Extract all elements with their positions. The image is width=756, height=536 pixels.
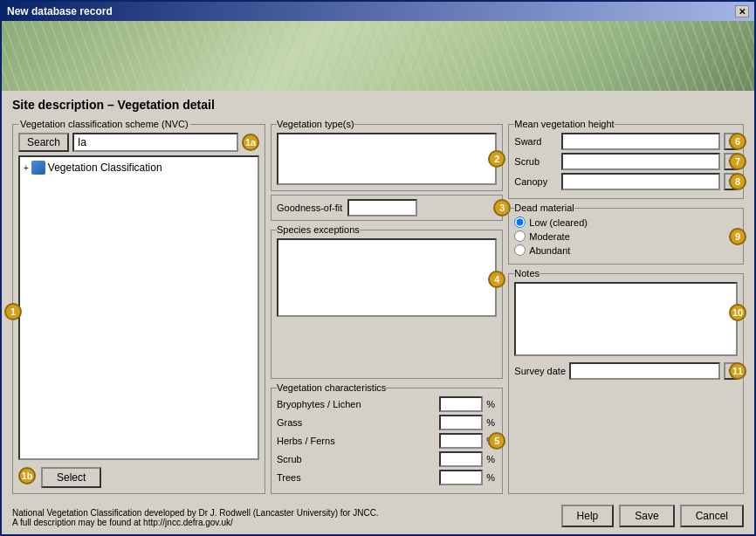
select-button[interactable]: Select (41, 467, 101, 488)
dead-fieldset: Dead material Low (cleared) Moderate (508, 203, 744, 265)
char-pct-4: % (486, 472, 497, 483)
mvh-legend: Mean vegetation height (514, 119, 614, 129)
search-row: Search 1a (18, 133, 259, 152)
char-pct-1: % (486, 417, 497, 428)
badge-1a: 1a (242, 134, 259, 151)
section-title: Site description – Vegetation detail (12, 98, 744, 112)
nvc-fieldset: Vegetation classification scheme (NVC) S… (12, 119, 265, 494)
footer-notes: National Vegetation Classification devel… (12, 508, 379, 527)
help-button[interactable]: Help (561, 505, 615, 527)
veg-char-legend: Vegetation characteristics (277, 382, 386, 393)
badge-1: 1 (4, 303, 22, 320)
radio-label-moderate: Moderate (529, 231, 569, 242)
goodness-input[interactable] (347, 199, 417, 216)
veg-type-wrapper: 2 (277, 133, 497, 185)
mvh-fieldset: Mean vegetation height Sward ▼ 6 Scrub ▼… (508, 119, 744, 199)
badge-11: 11 (729, 362, 746, 380)
radio-label-abundant: Abundant (529, 245, 570, 256)
badge-10: 10 (729, 304, 746, 321)
radio-row-low: Low (cleared) (514, 216, 738, 228)
char-row-grass: Grass % (277, 415, 497, 430)
badge-5: 5 (488, 432, 505, 450)
action-buttons: Help Save Cancel (561, 505, 744, 527)
species-textarea[interactable] (277, 238, 497, 317)
footer-line1: National Vegetation Classification devel… (12, 508, 379, 518)
radio-abundant[interactable] (514, 244, 526, 256)
veg-char-fieldset: Vegetation characteristics Bryophytes / … (271, 382, 503, 494)
header-image (2, 21, 754, 91)
notes-wrapper: 10 (514, 282, 738, 359)
badge-8: 8 (729, 173, 746, 190)
char-row-trees: Trees % (277, 470, 497, 485)
mvh-label-0: Sward (514, 136, 558, 147)
main-grid: Vegetation classification scheme (NVC) S… (12, 119, 744, 494)
radio-low[interactable] (514, 216, 526, 228)
char-pct-3: % (486, 454, 497, 464)
close-button[interactable]: ✕ (735, 5, 749, 17)
species-fieldset: Species exceptions 4 (271, 224, 503, 379)
goodness-label: Goodness-of-fit (277, 203, 342, 213)
char-input-1[interactable] (439, 415, 483, 430)
mvh-input-scrub[interactable] (561, 153, 720, 170)
survey-row: Survey date ▼ 11 (514, 362, 738, 380)
badge-1b: 1b (18, 467, 36, 484)
cancel-button[interactable]: Cancel (680, 505, 744, 527)
radio-moderate[interactable] (514, 230, 526, 242)
main-window: New database record ✕ Site description –… (0, 0, 756, 536)
dead-options: Low (cleared) Moderate Abundant 9 (514, 216, 738, 256)
veg-char-rows: Bryophytes / Lichen % Grass % Herbs / Fe… (277, 396, 497, 485)
content-area: Site description – Vegetation detail Veg… (2, 91, 754, 501)
char-label-0: Bryophytes / Lichen (277, 399, 436, 409)
mvh-input-sward[interactable] (561, 133, 720, 150)
char-label-1: Grass (277, 417, 436, 428)
char-row-scrub: Scrub % (277, 451, 497, 467)
radio-label-low: Low (cleared) (529, 217, 588, 228)
expand-icon: + (24, 163, 29, 173)
search-input[interactable] (72, 133, 238, 152)
bottom-bar: National Vegetation Classification devel… (2, 501, 754, 534)
mvh-label-1: Scrub (514, 156, 558, 167)
left-column: Vegetation classification scheme (NVC) S… (12, 119, 265, 494)
mvh-label-2: Canopy (514, 176, 558, 187)
char-input-0[interactable] (439, 396, 483, 412)
char-row-herbs: Herbs / Ferns % (277, 433, 497, 449)
tree-area: + Vegetation Classification (18, 155, 259, 460)
search-button[interactable]: Search (18, 133, 69, 152)
char-input-2[interactable] (439, 433, 483, 449)
notes-textarea[interactable] (514, 282, 738, 356)
mvh-input-canopy[interactable] (561, 173, 720, 190)
title-bar: New database record ✕ (2, 2, 754, 21)
char-pct-0: % (486, 399, 497, 409)
badge-4: 4 (488, 271, 505, 288)
badge-6: 6 (729, 133, 746, 150)
survey-label: Survey date (514, 366, 566, 376)
notes-legend: Notes (514, 268, 540, 278)
species-wrapper: 4 (277, 238, 497, 320)
veg-type-legend: Vegetation type(s) (277, 119, 354, 129)
survey-date-input[interactable] (569, 362, 720, 380)
window-title: New database record (7, 5, 113, 17)
char-row-bryophytes: Bryophytes / Lichen % (277, 396, 497, 412)
mvh-row-canopy: Canopy ▼ 8 (514, 173, 738, 190)
goodness-row: Goodness-of-fit 3 (271, 195, 503, 221)
mvh-row-sward: Sward ▼ 6 (514, 133, 738, 150)
nvc-legend: Vegetation classification scheme (NVC) (18, 119, 190, 129)
char-label-3: Scrub (277, 454, 436, 464)
species-legend: Species exceptions (277, 224, 360, 235)
tree-item-label: Vegetation Classification (48, 161, 162, 174)
badge-2: 2 (488, 150, 505, 168)
radio-row-abundant: Abundant (514, 244, 738, 256)
save-button[interactable]: Save (619, 505, 674, 527)
mvh-row-scrub: Scrub ▼ 7 (514, 153, 738, 170)
veg-type-fieldset: Vegetation type(s) 2 (271, 119, 503, 191)
tree-node-icon (31, 161, 45, 175)
notes-fieldset: Notes 10 Survey date ▼ 11 (508, 268, 744, 494)
right-column: Mean vegetation height Sward ▼ 6 Scrub ▼… (508, 119, 744, 494)
badge-9: 9 (729, 228, 746, 245)
veg-type-area[interactable] (277, 133, 497, 185)
char-input-4[interactable] (439, 470, 483, 485)
badge-7: 7 (729, 153, 746, 170)
char-input-3[interactable] (439, 451, 483, 467)
dead-legend: Dead material (514, 203, 574, 213)
middle-column: Vegetation type(s) 2 Goodness-of-fit 3 S… (271, 119, 503, 494)
